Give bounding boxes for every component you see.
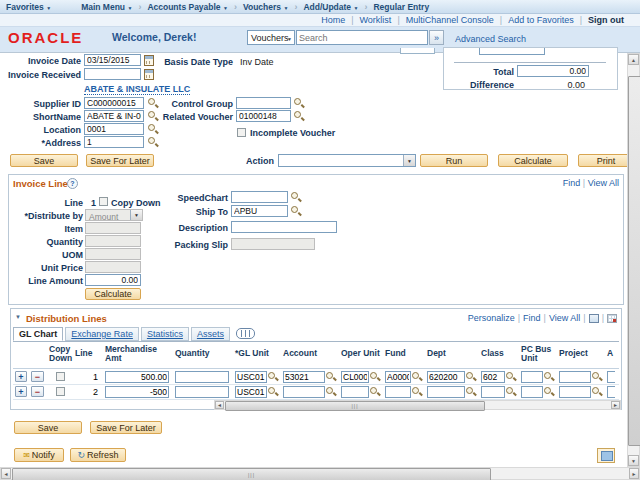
lookup-icon[interactable] [326, 372, 336, 382]
incomplete-voucher-checkbox[interactable] [237, 128, 246, 137]
delete-row-button[interactable]: − [31, 386, 44, 397]
account-input[interactable] [283, 386, 325, 398]
lookup-icon[interactable] [148, 137, 158, 147]
zoom-grid-icon[interactable] [589, 314, 599, 323]
scroll-right-arrow[interactable]: ► [629, 468, 639, 479]
grid-horizontal-scrollbar[interactable]: ◄ ||| ► [214, 400, 621, 410]
fund-input[interactable] [385, 371, 411, 383]
bottom-horizontal-scrollbar[interactable]: ◄ ||| ► [0, 467, 640, 480]
add-to-favorites-link[interactable]: Add to Favorites [508, 15, 574, 25]
lookup-icon[interactable] [268, 387, 278, 397]
project-input[interactable] [559, 371, 591, 383]
scroll-down-arrow[interactable]: ▼ [628, 455, 639, 466]
gl-unit-input[interactable] [235, 386, 267, 398]
quantity-input[interactable] [175, 371, 229, 383]
lookup-icon[interactable] [412, 387, 422, 397]
footer-save-for-later-button[interactable]: Save For Later [90, 421, 162, 434]
action-dropdown[interactable]: ▼ [278, 154, 416, 167]
pc-bus-unit-input[interactable] [521, 386, 543, 398]
footer-save-button[interactable]: Save [14, 421, 82, 434]
tab-assets[interactable]: Assets [191, 327, 230, 341]
dept-input[interactable] [427, 371, 465, 383]
class-input[interactable] [481, 386, 505, 398]
run-button[interactable]: Run [420, 154, 488, 167]
copy-down-checkbox[interactable] [99, 197, 108, 206]
dept-input[interactable] [427, 386, 465, 398]
scroll-up-arrow[interactable]: ▲ [628, 54, 639, 65]
scroll-left-arrow[interactable]: ◄ [215, 401, 224, 409]
merchandise-amt-input[interactable] [105, 371, 169, 383]
breadcrumb-accounts-payable[interactable]: Accounts Payable ▼ [147, 2, 228, 12]
search-go-button[interactable]: » [429, 30, 444, 45]
print-button[interactable]: Print [578, 154, 634, 167]
line-amount-input[interactable] [85, 274, 141, 286]
personalize-link[interactable]: Personalize [468, 313, 515, 323]
lookup-icon[interactable] [326, 387, 336, 397]
lookup-icon[interactable] [412, 372, 422, 382]
gl-unit-input[interactable] [235, 371, 267, 383]
breadcrumb-vouchers[interactable]: Vouchers ▼ [243, 2, 288, 12]
new-window-icon[interactable] [597, 448, 615, 463]
breadcrumb-favorites[interactable]: Favorites ▼ [6, 2, 51, 12]
lookup-icon[interactable] [291, 192, 301, 202]
lookup-icon[interactable] [544, 387, 554, 397]
fund-input[interactable] [385, 386, 411, 398]
scrollbar-thumb[interactable]: ||| [225, 401, 485, 411]
lookup-icon[interactable] [506, 372, 516, 382]
breadcrumb-main-menu[interactable]: Main Menu ▼ [81, 2, 132, 12]
lookup-icon[interactable] [294, 111, 304, 121]
lookup-icon[interactable] [466, 372, 476, 382]
pc-bus-unit-input[interactable] [521, 371, 543, 383]
ship-to-input[interactable] [231, 205, 288, 217]
merchandise-amt-input[interactable] [105, 386, 169, 398]
line-calculate-button[interactable]: Calculate [85, 288, 141, 300]
lookup-icon[interactable] [291, 206, 301, 216]
control-group-input[interactable] [236, 97, 291, 109]
quantity-input[interactable] [175, 386, 229, 398]
download-to-excel-icon[interactable] [607, 314, 617, 323]
calendar-icon[interactable] [144, 69, 154, 80]
tab-exchange-rate[interactable]: Exchange Rate [65, 327, 139, 341]
save-for-later-button[interactable]: Save For Later [86, 154, 154, 167]
help-icon[interactable]: ? [67, 178, 78, 189]
add-row-button[interactable]: + [15, 386, 27, 397]
scrollbar-thumb[interactable] [628, 76, 640, 446]
tab-statistics[interactable]: Statistics [141, 327, 189, 341]
total-input[interactable] [517, 65, 589, 77]
lookup-icon[interactable] [506, 387, 516, 397]
home-link[interactable]: Home [321, 15, 345, 25]
location-input[interactable] [84, 123, 144, 135]
breadcrumb-add-update[interactable]: Add/Update ▼ [303, 2, 358, 12]
vertical-scrollbar[interactable]: ▲ ▼ [627, 53, 640, 467]
invoice-lines-view-all-link[interactable]: View All [588, 178, 619, 188]
refresh-button[interactable]: ↻ Refresh [70, 448, 126, 462]
sign-out-link[interactable]: Sign out [588, 15, 624, 25]
delete-row-button[interactable]: − [31, 371, 44, 382]
scrollbar-thumb[interactable]: ||| [12, 468, 491, 480]
worklist-link[interactable]: Worklist [360, 15, 392, 25]
row-copy-down-checkbox[interactable] [56, 387, 65, 396]
row-copy-down-checkbox[interactable] [56, 372, 65, 381]
search-input[interactable] [296, 30, 428, 45]
notify-button[interactable]: ✉ Notify [14, 448, 64, 462]
address-input[interactable] [84, 136, 144, 148]
lookup-icon[interactable] [148, 124, 158, 134]
lookup-icon[interactable] [592, 372, 602, 382]
related-voucher-input[interactable] [236, 110, 291, 122]
speedchart-input[interactable] [231, 191, 288, 203]
multichannel-console-link[interactable]: MultiChannel Console [406, 15, 494, 25]
lookup-icon[interactable] [370, 387, 380, 397]
oper-unit-input[interactable] [341, 386, 369, 398]
invoice-received-input[interactable] [84, 68, 141, 80]
show-all-tabs-icon[interactable] [236, 328, 255, 339]
add-row-button[interactable]: + [15, 371, 27, 382]
distribution-find-link[interactable]: Find [523, 313, 541, 323]
oper-unit-input[interactable] [341, 371, 369, 383]
save-button[interactable]: Save [10, 154, 78, 167]
account-input[interactable] [283, 371, 325, 383]
lookup-icon[interactable] [466, 387, 476, 397]
calculate-button[interactable]: Calculate [498, 154, 568, 167]
class-input[interactable] [481, 371, 505, 383]
search-scope-dropdown[interactable]: Vouchers ▼ [247, 30, 295, 45]
supplier-name-link[interactable]: ABATE & INSULATE LLC [84, 84, 190, 95]
